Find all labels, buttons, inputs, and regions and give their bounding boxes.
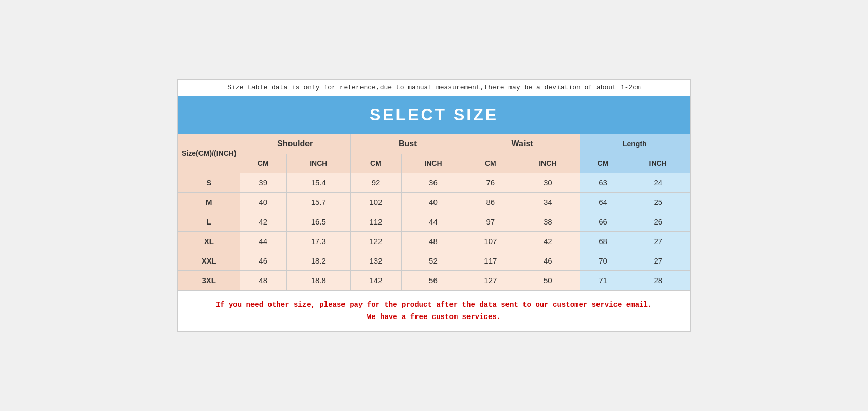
data-cell: 46 xyxy=(516,251,580,270)
data-cell: 26 xyxy=(626,212,690,231)
bust-cm-header: CM xyxy=(350,154,401,173)
waist-inch-header: INCH xyxy=(516,154,580,173)
length-inch-header: INCH xyxy=(626,154,690,173)
data-cell: 27 xyxy=(626,231,690,251)
data-cell: 66 xyxy=(580,212,626,231)
main-container: Size table data is only for reference,du… xyxy=(177,79,691,333)
data-cell: 142 xyxy=(350,270,401,290)
data-cell: 63 xyxy=(580,173,626,192)
data-cell: 46 xyxy=(240,251,286,270)
waist-cm-header: CM xyxy=(465,154,516,173)
data-cell: 86 xyxy=(465,192,516,212)
data-cell: 44 xyxy=(402,212,465,231)
length-cm-header: CM xyxy=(580,154,626,173)
data-cell: 70 xyxy=(580,251,626,270)
size-col-header: Size(CM)/(INCH) xyxy=(178,134,240,173)
data-cell: 50 xyxy=(516,270,580,290)
data-cell: 38 xyxy=(516,212,580,231)
data-cell: 15.4 xyxy=(286,173,350,192)
data-cell: 48 xyxy=(240,270,286,290)
data-cell: 40 xyxy=(240,192,286,212)
table-row: XXL4618.213252117467027 xyxy=(178,251,690,270)
data-cell: 30 xyxy=(516,173,580,192)
data-cell: 16.5 xyxy=(286,212,350,231)
size-label: 3XL xyxy=(178,270,240,290)
table-row: L4216.51124497386626 xyxy=(178,212,690,231)
title-row: SELECT SIZE xyxy=(178,96,690,134)
data-cell: 127 xyxy=(465,270,516,290)
data-cell: 18.2 xyxy=(286,251,350,270)
data-cell: 42 xyxy=(516,231,580,251)
size-label: XL xyxy=(178,231,240,251)
table-row: S3915.4923676306324 xyxy=(178,173,690,192)
data-cell: 25 xyxy=(626,192,690,212)
size-label: M xyxy=(178,192,240,212)
table-row: M4015.71024086346425 xyxy=(178,192,690,212)
size-label: S xyxy=(178,173,240,192)
data-cell: 122 xyxy=(350,231,401,251)
size-label: L xyxy=(178,212,240,231)
data-cell: 71 xyxy=(580,270,626,290)
data-cell: 24 xyxy=(626,173,690,192)
data-cell: 44 xyxy=(240,231,286,251)
data-cell: 76 xyxy=(465,173,516,192)
table-row: XL4417.312248107426827 xyxy=(178,231,690,251)
data-cell: 68 xyxy=(580,231,626,251)
data-cell: 42 xyxy=(240,212,286,231)
bust-inch-header: INCH xyxy=(402,154,465,173)
data-cell: 112 xyxy=(350,212,401,231)
data-cell: 102 xyxy=(350,192,401,212)
data-cell: 107 xyxy=(465,231,516,251)
shoulder-group-header: Shoulder xyxy=(240,134,350,154)
data-cell: 97 xyxy=(465,212,516,231)
data-cell: 52 xyxy=(402,251,465,270)
data-cell: 18.8 xyxy=(286,270,350,290)
length-group-header: Length xyxy=(580,134,690,154)
footer-line-1: If you need other size, please pay for t… xyxy=(183,299,685,311)
shoulder-inch-header: INCH xyxy=(286,154,350,173)
data-cell: 15.7 xyxy=(286,192,350,212)
data-cell: 34 xyxy=(516,192,580,212)
waist-group-header: Waist xyxy=(465,134,580,154)
data-cell: 117 xyxy=(465,251,516,270)
data-cell: 36 xyxy=(402,173,465,192)
data-cell: 92 xyxy=(350,173,401,192)
table-title: SELECT SIZE xyxy=(370,105,498,124)
data-cell: 39 xyxy=(240,173,286,192)
disclaimer-text: Size table data is only for reference,du… xyxy=(178,80,690,96)
data-cell: 132 xyxy=(350,251,401,270)
size-label: XXL xyxy=(178,251,240,270)
data-cell: 64 xyxy=(580,192,626,212)
data-cell: 40 xyxy=(402,192,465,212)
footer-note: If you need other size, please pay for t… xyxy=(178,290,690,332)
data-cell: 17.3 xyxy=(286,231,350,251)
data-cell: 28 xyxy=(626,270,690,290)
size-table: Size(CM)/(INCH) Shoulder Bust Waist Leng… xyxy=(178,134,690,290)
shoulder-cm-header: CM xyxy=(240,154,286,173)
footer-line-2: We have a free custom services. xyxy=(183,311,685,324)
bust-group-header: Bust xyxy=(350,134,465,154)
data-cell: 27 xyxy=(626,251,690,270)
table-row: 3XL4818.814256127507128 xyxy=(178,270,690,290)
data-cell: 48 xyxy=(402,231,465,251)
data-cell: 56 xyxy=(402,270,465,290)
